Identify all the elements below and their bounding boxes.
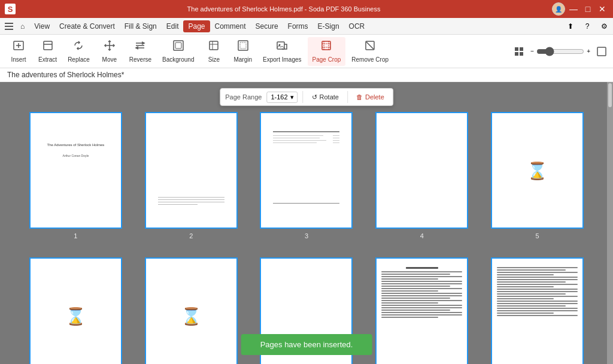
svg-rect-26 [515, 47, 518, 51]
hamburger-menu[interactable] [2, 20, 16, 32]
svg-rect-27 [520, 47, 523, 51]
tool-size-label: Size [208, 56, 220, 63]
avatar[interactable]: 👤 [552, 2, 565, 16]
menu-create-convert[interactable]: Create & Convert [54, 20, 120, 32]
tool-reverse[interactable]: Reverse [125, 37, 156, 66]
tool-insert-label: Insert [11, 56, 26, 63]
tool-reverse-label: Reverse [129, 56, 151, 63]
background-icon [172, 40, 184, 54]
toolbar: Insert Extract Replace Move Reverse Back… [0, 35, 613, 68]
page-thumbnail[interactable]: ⌛ [145, 257, 238, 364]
view-toggle [512, 45, 526, 58]
page-range-select[interactable]: 1-162 ▾ [266, 92, 298, 103]
maximize-button[interactable]: □ [582, 3, 594, 15]
page-item: The Adventures of Sherlock Holmes Arthur… [24, 112, 128, 239]
svg-rect-19 [322, 41, 330, 50]
page-thumbnail[interactable] [491, 257, 584, 364]
title-bar-right: 👤 — □ ✕ [552, 2, 608, 16]
help-button[interactable]: ? [581, 20, 594, 33]
toast-text: Pages have been inserted. [260, 340, 353, 349]
close-button[interactable]: ✕ [596, 3, 608, 15]
svg-rect-3 [44, 41, 52, 50]
app-icon: S [5, 4, 16, 14]
page-thumbnail[interactable] [375, 112, 468, 229]
page-thumbnail[interactable]: ⌛ [491, 112, 584, 229]
zoom-max-icon: + [587, 48, 590, 54]
svg-rect-17 [277, 42, 284, 49]
document-title: The adventures of Sherlock Holmes* [7, 71, 124, 79]
tool-replace[interactable]: Replace [63, 37, 95, 66]
svg-rect-10 [174, 41, 183, 50]
fit-page-button[interactable] [595, 45, 608, 58]
scrollbar[interactable] [607, 82, 613, 364]
page-thumbnail[interactable]: ⌛ [29, 257, 122, 364]
remove-crop-icon [364, 40, 376, 54]
rotate-label: Rotate [320, 93, 339, 101]
tool-page-crop[interactable]: Page Crop [308, 37, 346, 66]
delete-button[interactable]: 🗑 Delete [353, 92, 388, 102]
menu-edit[interactable]: Edit [162, 20, 184, 32]
page-thumbnail[interactable] [260, 112, 353, 229]
svg-rect-16 [240, 43, 246, 48]
tool-move[interactable]: Move [96, 37, 123, 66]
extract-icon [42, 40, 54, 54]
page-range-value: 1-162 [271, 93, 287, 101]
page-cover-title: The Adventures of Sherlock Holmes [47, 143, 105, 147]
menu-forms[interactable]: Forms [283, 20, 313, 32]
menu-home[interactable]: ⌂ [16, 20, 29, 32]
page-number: 5 [536, 232, 539, 239]
menu-view[interactable]: View [29, 20, 54, 32]
floating-toolbar: Page Range 1-162 ▾ ↺ Rotate 🗑 Delete [220, 88, 393, 106]
tool-margin[interactable]: Margin [229, 37, 257, 66]
page-text-content [497, 263, 578, 364]
toolbar-right: − + [512, 45, 608, 58]
page-crop-icon [320, 40, 332, 54]
rotate-button[interactable]: ↺ Rotate [308, 92, 342, 102]
page-item: 3 [255, 112, 359, 239]
menu-fill-sign[interactable]: Fill & Sign [120, 20, 162, 32]
page-item: ⌛ 5 [485, 112, 589, 239]
page-thumbnail[interactable] [145, 112, 238, 229]
tool-size[interactable]: Size [200, 37, 227, 66]
tool-export-images-label: Export Images [263, 56, 301, 63]
menu-bar: ⌂ View Create & Convert Fill & Sign Edit… [0, 18, 613, 35]
title-bar-center: The adventures of Sherlock Holmes.pdf - … [16, 5, 552, 13]
tool-page-crop-label: Page Crop [312, 56, 341, 63]
hourglass-icon: ⌛ [181, 306, 202, 326]
svg-rect-11 [175, 43, 181, 48]
page-cover-author: Arthur Conan Doyle [62, 154, 89, 157]
title-bar: S The adventures of Sherlock Holmes.pdf … [0, 0, 613, 18]
grid-view-button[interactable] [512, 45, 526, 58]
page-number: 2 [189, 232, 193, 239]
svg-line-24 [366, 42, 374, 49]
page-item: ⌛ 6 [24, 257, 128, 364]
page-range-chevron-icon: ▾ [290, 93, 294, 101]
menu-page[interactable]: Page [183, 20, 210, 32]
page-number: 4 [420, 232, 424, 239]
size-icon [208, 40, 220, 54]
toast-message: Pages have been inserted. [241, 334, 372, 355]
tool-extract[interactable]: Extract [34, 37, 62, 66]
zoom-slider[interactable] [536, 47, 584, 56]
menu-ocr[interactable]: OCR [344, 20, 370, 32]
delete-icon: 🗑 [356, 93, 363, 101]
menu-e-sign[interactable]: E-Sign [313, 20, 344, 32]
move-icon [104, 40, 116, 54]
document-label: The adventures of Sherlock Holmes* [0, 68, 613, 82]
page-thumbnail[interactable] [375, 257, 468, 364]
page-item: 10 [485, 257, 589, 364]
tool-remove-crop[interactable]: Remove Crop [347, 37, 393, 66]
tool-background[interactable]: Background [157, 37, 199, 66]
menu-comment[interactable]: Comment [210, 20, 251, 32]
export-images-icon [276, 40, 288, 54]
tool-insert[interactable]: Insert [5, 37, 32, 66]
menu-secure[interactable]: Secure [251, 20, 283, 32]
page-range-label: Page Range [225, 93, 262, 101]
page-item: ⌛ 7 [139, 257, 243, 364]
tool-export-images[interactable]: Export Images [258, 37, 306, 66]
svg-rect-29 [520, 52, 523, 56]
settings-button[interactable]: ⚙ [597, 20, 611, 33]
share-button[interactable]: ⬆ [564, 20, 577, 33]
minimize-button[interactable]: — [568, 3, 579, 15]
page-thumbnail[interactable]: The Adventures of Sherlock Holmes Arthur… [29, 112, 122, 229]
